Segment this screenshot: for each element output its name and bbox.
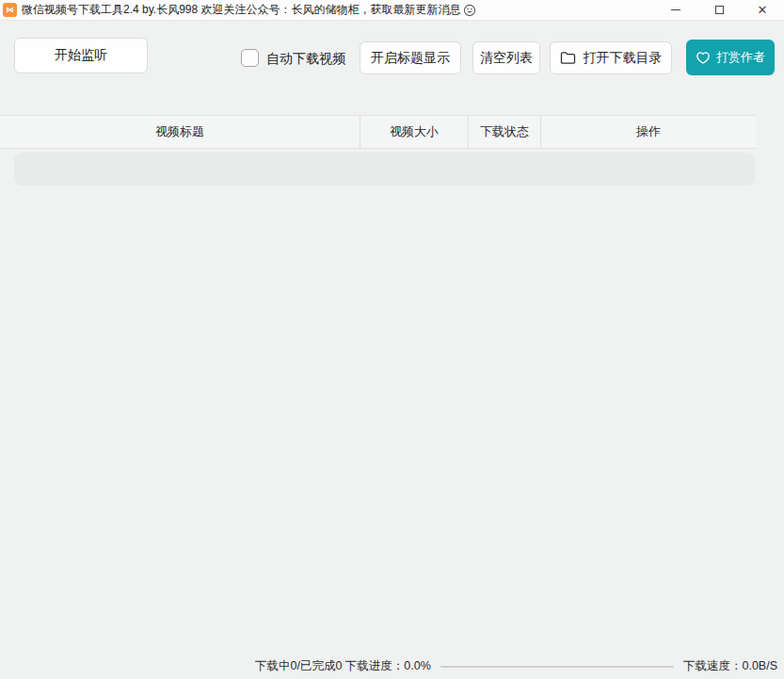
maximize-button[interactable] [697, 0, 741, 21]
column-header-action: 操作 [540, 116, 756, 148]
open-download-dir-button[interactable]: 打开下载目录 [550, 41, 672, 74]
progress-line [440, 666, 674, 668]
donate-button[interactable]: 打赏作者 [686, 40, 775, 75]
folder-icon [560, 51, 576, 65]
download-speed-text: 下载速度：0.0B/S [683, 658, 777, 674]
heart-icon [696, 51, 711, 65]
close-icon: ✕ [758, 4, 768, 16]
column-header-video-title: 视频标题 [0, 116, 360, 148]
statusbar: 下载中0/已完成0 下载进度：0.0% 下载速度：0.0B/S [0, 654, 784, 679]
window-title: 微信视频号下载工具2.4 by.长风998 欢迎关注公众号：长风的储物柜，获取最… [22, 2, 461, 18]
smiley-emoji-icon [463, 4, 476, 17]
donate-label: 打赏作者 [716, 49, 765, 66]
window-controls: ✕ [654, 0, 784, 21]
column-header-video-size: 视频大小 [360, 116, 468, 148]
close-button[interactable]: ✕ [741, 0, 784, 21]
show-title-button[interactable]: 开启标题显示 [360, 41, 461, 74]
wechat-channels-icon [5, 5, 15, 15]
start-listen-label: 开始监听 [55, 47, 107, 64]
app-window: 微信视频号下载工具2.4 by.长风998 欢迎关注公众号：长风的储物柜，获取最… [0, 0, 784, 679]
auto-download-label: 自动下载视频 [266, 51, 345, 68]
minimize-icon [671, 9, 680, 10]
titlebar: 微信视频号下载工具2.4 by.长风998 欢迎关注公众号：长风的储物柜，获取最… [0, 0, 784, 21]
column-header-download-status: 下载状态 [468, 116, 540, 148]
video-table-header: 视频标题 视频大小 下载状态 操作 [0, 115, 756, 149]
clear-list-label: 清空列表 [480, 50, 533, 67]
show-title-label: 开启标题显示 [371, 50, 450, 67]
minimize-button[interactable] [654, 0, 697, 21]
maximize-icon [715, 6, 724, 14]
app-icon [3, 3, 17, 17]
open-dir-label: 打开下载目录 [584, 50, 663, 67]
clear-list-button[interactable]: 清空列表 [472, 41, 540, 74]
start-listen-button[interactable]: 开始监听 [14, 38, 148, 73]
auto-download-checkbox[interactable] [241, 49, 259, 67]
download-stats-text: 下载中0/已完成0 下载进度：0.0% [255, 658, 431, 674]
empty-table-row [14, 153, 755, 186]
